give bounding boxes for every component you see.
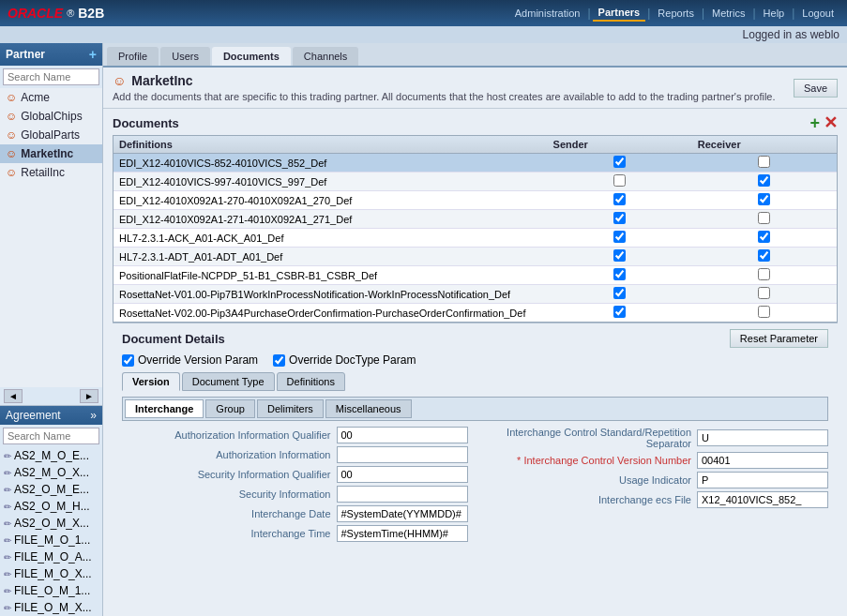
agreement-expand-icon[interactable]: » — [90, 409, 97, 422]
sub-tab-document-type[interactable]: Document Type — [182, 372, 275, 391]
agreement-item-9[interactable]: ✏ FILE_O_M_X... — [0, 599, 102, 616]
partner-item-retailinc[interactable]: ☺ RetailInc — [0, 163, 102, 182]
table-row[interactable]: RosettaNet-V01.00-Pip7B1WorkInProcessNot… — [113, 285, 837, 304]
sender-cell[interactable] — [548, 154, 692, 173]
sender-checkbox-6[interactable] — [613, 268, 626, 280]
table-row[interactable]: RosettaNet-V02.00-Pip3A4PurchaseOrderCon… — [113, 304, 837, 323]
agreement-search-input[interactable] — [3, 428, 99, 444]
agreement-item-5[interactable]: ✏ FILE_M_O_1... — [0, 532, 102, 548]
interchange-tab-group[interactable]: Group — [205, 399, 255, 418]
sender-cell[interactable] — [548, 210, 692, 229]
agreement-item-2[interactable]: ✏ AS2_O_M_E... — [0, 481, 102, 498]
sender-cell[interactable] — [548, 191, 692, 210]
form-input-security-info-qualifier[interactable] — [337, 466, 468, 483]
reset-parameter-button[interactable]: Reset Parameter — [730, 329, 828, 348]
sender-cell[interactable] — [548, 285, 692, 304]
add-document-button[interactable]: + — [809, 114, 820, 131]
tab-channels[interactable]: Channels — [293, 47, 358, 66]
receiver-checkbox-7[interactable] — [758, 287, 770, 299]
form-input-interchange-control-version[interactable] — [697, 452, 828, 469]
scroll-right-btn[interactable]: ► — [80, 389, 98, 403]
sender-checkbox-3[interactable] — [613, 212, 626, 224]
agreement-item-1[interactable]: ✏ AS2_M_O_X... — [0, 464, 102, 481]
table-row[interactable]: EDI_X12-4010VICS-852-4010VICS_852_Def — [113, 154, 837, 173]
interchange-tab-miscellaneous[interactable]: Miscellaneous — [325, 399, 412, 418]
override-version-checkbox[interactable] — [122, 354, 134, 367]
tab-users[interactable]: Users — [160, 47, 210, 66]
sub-tab-definitions[interactable]: Definitions — [277, 372, 345, 391]
form-input-auth-info-qualifier[interactable] — [337, 427, 468, 443]
receiver-cell[interactable] — [692, 210, 837, 229]
agreement-item-7[interactable]: ✏ FILE_M_O_X... — [0, 565, 102, 582]
table-row[interactable]: HL7-2.3.1-ADT_A01-ADT_A01_Def — [113, 248, 837, 266]
receiver-checkbox-8[interactable] — [758, 306, 770, 318]
receiver-cell[interactable] — [692, 248, 837, 266]
receiver-cell[interactable] — [692, 304, 837, 323]
remove-document-button[interactable]: ✕ — [824, 114, 838, 131]
receiver-checkbox-2[interactable] — [758, 193, 770, 205]
partner-item-globalparts[interactable]: ☺ GlobalParts — [0, 126, 102, 144]
partner-description: Add the documents that are specific to t… — [113, 91, 776, 102]
form-input-security-info[interactable] — [337, 486, 468, 503]
interchange-tab-delimiters[interactable]: Delimiters — [257, 399, 324, 418]
sub-tab-version[interactable]: Version — [122, 372, 180, 391]
form-input-interchange-ecs-file[interactable] — [697, 491, 828, 508]
tab-documents[interactable]: Documents — [212, 47, 291, 66]
form-input-auth-info[interactable] — [337, 446, 468, 463]
form-input-interchange-control-std[interactable] — [697, 429, 828, 446]
receiver-checkbox-0[interactable] — [758, 156, 770, 168]
sender-cell[interactable] — [548, 248, 692, 266]
table-row[interactable]: EDI_X12-4010VICS-997-4010VICS_997_Def — [113, 173, 837, 191]
save-button[interactable]: Save — [794, 79, 838, 98]
receiver-checkbox-4[interactable] — [758, 231, 770, 243]
sender-checkbox-0[interactable] — [613, 156, 626, 168]
sender-checkbox-5[interactable] — [613, 249, 626, 262]
table-row[interactable]: PositionalFlatFile-NCPDP_51-B1_CSBR-B1_C… — [113, 266, 837, 285]
agreement-item-3[interactable]: ✏ AS2_O_M_H... — [0, 498, 102, 515]
sender-cell[interactable] — [548, 266, 692, 285]
partner-item-globalchips[interactable]: ☺ GlobalChips — [0, 107, 102, 126]
form-input-interchange-time[interactable] — [337, 525, 468, 542]
receiver-cell[interactable] — [692, 154, 837, 173]
nav-help[interactable]: Help — [758, 6, 791, 21]
interchange-tab-interchange[interactable]: Interchange — [125, 399, 204, 418]
sender-checkbox-4[interactable] — [613, 231, 626, 243]
table-row[interactable]: EDI_X12-4010X092A1-270-4010X092A1_270_De… — [113, 191, 837, 210]
sender-checkbox-2[interactable] — [613, 193, 626, 205]
add-partner-button[interactable]: + — [89, 47, 97, 62]
receiver-checkbox-6[interactable] — [758, 268, 770, 280]
sender-checkbox-7[interactable] — [613, 287, 626, 299]
nav-partners[interactable]: Partners — [593, 5, 646, 22]
agreement-item-8[interactable]: ✏ FILE_O_M_1... — [0, 582, 102, 599]
receiver-cell[interactable] — [692, 285, 837, 304]
partner-search-input[interactable] — [3, 68, 99, 85]
partner-item-marketinc[interactable]: ☺ MarketInc — [0, 144, 102, 163]
nav-administration[interactable]: Administration — [509, 6, 586, 21]
receiver-checkbox-5[interactable] — [758, 249, 770, 262]
agreement-item-0[interactable]: ✏ AS2_M_O_E... — [0, 447, 102, 464]
scroll-left-btn[interactable]: ◄ — [4, 389, 23, 403]
nav-metrics[interactable]: Metrics — [706, 6, 750, 21]
table-row[interactable]: EDI_X12-4010X092A1-271-4010X092A1_271_De… — [113, 210, 837, 229]
receiver-checkbox-3[interactable] — [758, 212, 770, 224]
sender-cell[interactable] — [548, 304, 692, 323]
table-row[interactable]: HL7-2.3.1-ACK_A01-ACK_A01_Def — [113, 229, 837, 248]
receiver-cell[interactable] — [692, 191, 837, 210]
sender-checkbox-8[interactable] — [613, 306, 626, 318]
form-input-usage-indicator[interactable] — [697, 472, 828, 488]
receiver-cell[interactable] — [692, 173, 837, 191]
receiver-cell[interactable] — [692, 229, 837, 248]
nav-reports[interactable]: Reports — [652, 6, 700, 21]
tab-profile[interactable]: Profile — [107, 47, 159, 66]
agreement-item-4[interactable]: ✏ AS2_O_M_X... — [0, 515, 102, 532]
partner-item-acme[interactable]: ☺ Acme — [0, 88, 102, 107]
sender-cell[interactable] — [548, 173, 692, 191]
nav-logout[interactable]: Logout — [796, 6, 839, 21]
form-input-interchange-date[interactable] — [337, 505, 468, 522]
override-doctype-checkbox[interactable] — [273, 354, 285, 367]
sender-checkbox-1[interactable] — [613, 174, 626, 187]
receiver-cell[interactable] — [692, 266, 837, 285]
receiver-checkbox-1[interactable] — [758, 174, 770, 187]
sender-cell[interactable] — [548, 229, 692, 248]
agreement-item-6[interactable]: ✏ FILE_M_O_A... — [0, 548, 102, 565]
